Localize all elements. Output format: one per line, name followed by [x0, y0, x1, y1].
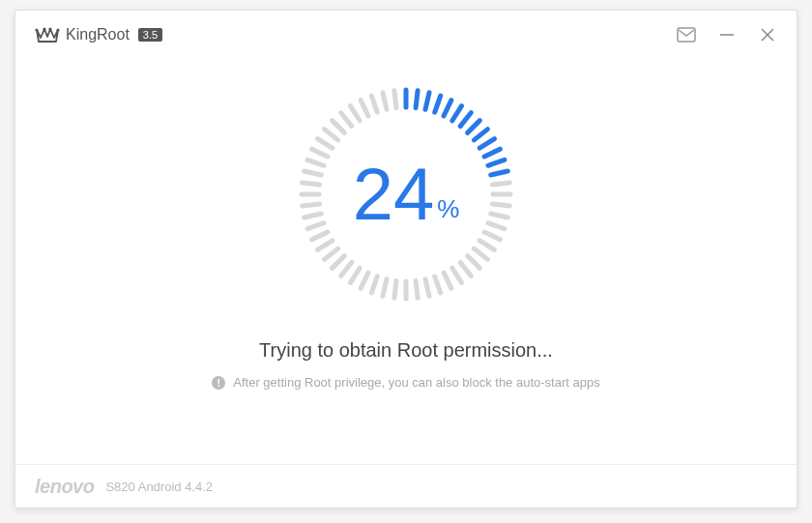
- app-window: KingRoot 3.5 24 % Trying to obtain Root …: [14, 10, 798, 508]
- app-logo: KingRoot 3.5: [35, 24, 162, 45]
- svg-point-1: [43, 27, 45, 30]
- close-button[interactable]: [758, 25, 777, 44]
- svg-rect-4: [678, 28, 695, 42]
- device-info: S820 Android 4.4.2: [105, 479, 213, 494]
- version-badge: 3.5: [138, 28, 162, 42]
- window-controls: [677, 25, 777, 44]
- app-name: KingRoot: [66, 26, 130, 44]
- progress-ring: 24 %: [295, 83, 517, 305]
- crown-icon: [35, 24, 60, 45]
- footer: lenovo S820 Android 4.4.2: [15, 464, 797, 508]
- hint-row: ! After getting Root privilege, you can …: [212, 375, 599, 390]
- info-icon: !: [212, 376, 225, 390]
- svg-point-3: [56, 28, 59, 31]
- progress-label: 24 %: [295, 83, 517, 305]
- progress-value: 24: [353, 158, 435, 231]
- percent-symbol: %: [437, 194, 459, 224]
- mail-icon[interactable]: [677, 25, 696, 44]
- status-text: Trying to obtain Root permission...: [259, 339, 553, 362]
- titlebar: KingRoot 3.5: [15, 11, 797, 59]
- main-content: 24 % Trying to obtain Root permission...…: [15, 59, 797, 464]
- brand-logo: lenovo: [35, 476, 94, 498]
- hint-text: After getting Root privilege, you can al…: [233, 375, 599, 390]
- svg-point-2: [48, 27, 51, 30]
- svg-point-0: [35, 28, 38, 31]
- minimize-button[interactable]: [717, 25, 737, 44]
